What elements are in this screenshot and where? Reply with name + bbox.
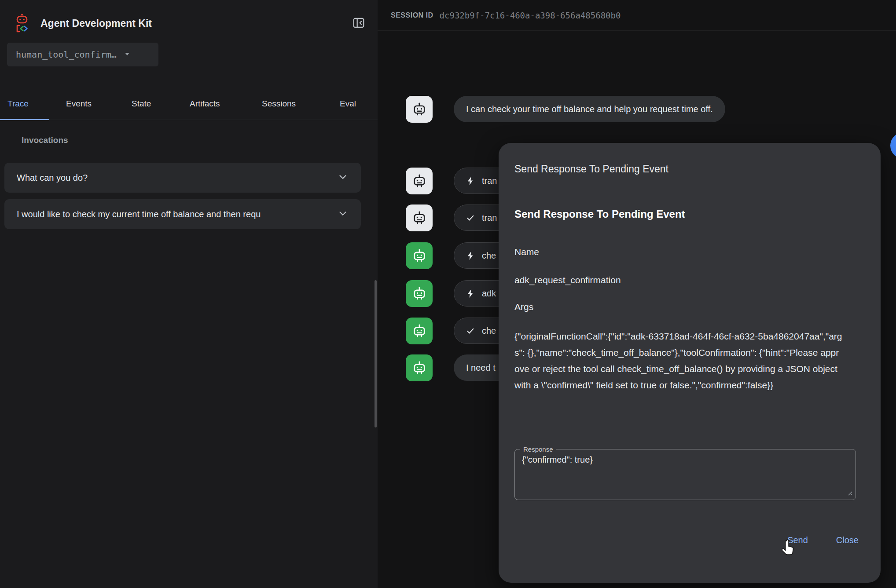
bot-avatar [406,96,433,123]
bot-avatar [406,168,433,194]
resize-handle-icon[interactable] [846,489,853,498]
session-id-label: SESSION ID [391,11,433,19]
check-icon [466,213,476,223]
robot-icon [411,102,427,117]
args-label: Args [514,302,533,312]
dialog-actions: Send Close [783,530,863,551]
agent-avatar [406,242,433,269]
session-header: SESSION ID dc932b9f-7c16-460a-a398-656a4… [378,0,896,31]
response-field: Response {"confirmed": true} [514,446,856,500]
send-button[interactable]: Send [783,530,812,551]
chip-label: tran [482,213,497,223]
invocations-heading: Invocations [22,135,68,145]
collapse-panel-icon[interactable] [351,16,366,31]
invocation-text: What can you do? [17,173,330,183]
dropdown-caret-icon [122,48,132,61]
robot-icon [411,210,427,226]
sidebar: Agent Development Kit human_tool_confirm… [0,0,378,588]
robot-icon [411,248,427,264]
agent-select-value: human_tool_confirm… [16,49,117,60]
agent-avatar [406,280,433,307]
app-title: Agent Development Kit [40,18,152,29]
tab-eval[interactable]: Eval [340,88,356,120]
robot-icon [411,173,427,189]
adk-logo-icon [11,13,33,34]
sidebar-header: Agent Development Kit [0,0,378,47]
tab-events[interactable]: Events [66,88,92,120]
bot-message-bubble: I can check your time off balance and he… [454,96,725,122]
invocation-row[interactable]: What can you do? [4,163,361,193]
name-value: adk_request_confirmation [514,275,621,285]
robot-icon [411,286,427,302]
args-json: {"originalFunctionCall":{"id":"adk-63371… [514,328,844,393]
chip-label: che [482,326,496,336]
name-label: Name [514,247,539,257]
dialog-title: Send Response To Pending Event [514,163,668,175]
tab-sessions[interactable]: Sessions [262,88,296,120]
close-button[interactable]: Close [832,530,863,551]
bolt-icon [466,176,476,186]
tab-artifacts[interactable]: Artifacts [190,88,220,120]
adk-web-app: Agent Development Kit human_tool_confirm… [0,0,896,588]
chip-label: adk [482,289,496,299]
chip-label: che [482,251,496,261]
tab-divider [0,120,378,120]
session-id-value: dc932b9f-7c16-460a-a398-656a485680b0 [440,11,621,20]
chevron-down-icon [337,208,349,221]
agent-select-dropdown[interactable]: human_tool_confirm… [7,43,158,66]
agent-avatar [406,354,433,381]
response-input[interactable]: {"confirmed": true} [521,454,848,487]
active-tab-indicator [0,119,49,120]
tab-bar: Trace Events State Artifacts Sessions Ev… [0,88,378,120]
robot-icon [411,323,427,339]
tab-trace[interactable]: Trace [7,88,29,120]
dialog-heading: Send Response To Pending Event [514,208,685,220]
check-icon [466,326,476,336]
bolt-icon [466,251,476,261]
response-field-label: Response [520,446,556,453]
bot-avatar [406,205,433,231]
agent-avatar [406,318,433,344]
bolt-icon [466,289,476,299]
invocation-text: I would like to check my current time of… [17,209,330,219]
chevron-down-icon [337,171,349,184]
robot-icon [411,360,427,376]
tab-state[interactable]: State [132,88,151,120]
sidebar-scrollbar[interactable] [375,280,377,427]
chip-label: tran [482,176,497,186]
invocation-row[interactable]: I would like to check my current time of… [4,199,361,229]
send-response-dialog: Send Response To Pending Event Send Resp… [499,143,881,583]
